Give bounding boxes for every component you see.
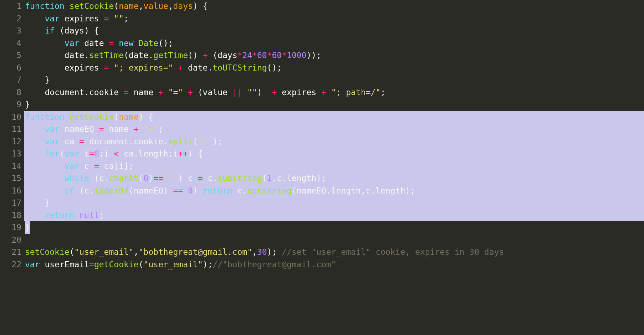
- code-line[interactable]: function getCookie(name) {: [24, 111, 644, 123]
- code-line[interactable]: if (c.indexOf(nameEQ) == 0) return c.sub…: [24, 185, 644, 197]
- token-id: );: [203, 260, 213, 269]
- token-id: nameEQ: [60, 124, 99, 134]
- token-str: "; path=/": [331, 88, 380, 97]
- code-line[interactable]: for(var i=0;i < ca.length;i++) {: [24, 148, 644, 160]
- token-id: expires: [60, 14, 104, 23]
- token-op: *: [237, 51, 242, 60]
- token-id: ) {: [139, 112, 154, 122]
- token-id: [25, 161, 65, 171]
- line-number: 22: [0, 258, 21, 271]
- line-number: 13: [0, 148, 21, 160]
- token-id: ): [193, 186, 203, 195]
- code-line[interactable]: date.setTime(date.getTime() + (days*24*6…: [24, 49, 644, 62]
- token-num: 0: [94, 149, 99, 158]
- code-line[interactable]: function setCookie(name,value,days) {: [24, 0, 644, 12]
- code-line[interactable]: }: [24, 197, 644, 209]
- token-id: [25, 211, 45, 220]
- line-number: 11: [0, 123, 21, 135]
- token-op: =: [109, 38, 114, 48]
- token-str: ' ': [163, 174, 178, 183]
- token-id: [25, 14, 45, 23]
- token-op: ==: [153, 174, 163, 183]
- token-str: "user_email": [74, 247, 133, 257]
- line-number: 2: [0, 12, 21, 25]
- code-line[interactable]: while (c.charAt(0)==' ') c = c.substring…: [24, 172, 644, 185]
- token-str: "; expires=": [114, 63, 173, 72]
- code-line[interactable]: setCookie("user_email","bobthegreat@gmai…: [24, 246, 644, 258]
- token-id: ,c.length);: [272, 174, 326, 183]
- code-editor[interactable]: 12345678910111213141516171819202122 func…: [0, 0, 644, 335]
- line-number: 17: [0, 197, 21, 209]
- code-line[interactable]: document.cookie = name + "=" + (value ||…: [24, 86, 644, 99]
- token-str: "=": [168, 88, 183, 97]
- token-id: document.cookie: [25, 88, 124, 97]
- token-id: ,: [252, 247, 257, 257]
- token-kw: function: [25, 1, 65, 11]
- token-id: ();: [158, 38, 173, 48]
- code-line[interactable]: [24, 234, 644, 246]
- token-id: (value: [193, 88, 232, 97]
- token-op: =: [94, 161, 99, 171]
- code-line[interactable]: return null;: [24, 209, 644, 222]
- token-op: +: [188, 88, 193, 97]
- token-id: ): [257, 88, 272, 97]
- code-line[interactable]: if (days) {: [24, 25, 644, 37]
- token-id: ca.length;i: [119, 149, 178, 158]
- token-op: +: [272, 88, 277, 97]
- token-id: ): [148, 174, 153, 183]
- token-fn: setTime: [89, 51, 124, 60]
- token-id: }: [25, 198, 50, 207]
- token-op: =: [104, 14, 109, 23]
- token-id: (: [60, 149, 65, 158]
- code-area[interactable]: function setCookie(name,value,days) { va…: [24, 0, 644, 335]
- token-kw: for: [45, 149, 60, 158]
- token-kw: var: [45, 124, 60, 134]
- token-id: ;: [124, 14, 129, 23]
- line-number: 20: [0, 234, 21, 246]
- token-fn: split: [168, 137, 193, 146]
- code-line[interactable]: }: [24, 98, 644, 111]
- token-id: [163, 88, 168, 97]
- token-id: document.cookie.: [84, 137, 168, 146]
- token-id: ));: [306, 51, 321, 60]
- token-op: ||: [232, 88, 242, 97]
- token-kw: while: [65, 174, 89, 183]
- token-id: [173, 63, 178, 72]
- token-id: [25, 38, 65, 48]
- token-id: ca: [60, 137, 79, 146]
- token-fn: toUTCString: [213, 63, 267, 72]
- token-op: +: [158, 88, 163, 97]
- token-op: =: [99, 124, 104, 134]
- token-id: [183, 88, 188, 97]
- code-line[interactable]: }: [24, 221, 644, 234]
- token-op: =: [89, 149, 94, 158]
- line-number: 9: [0, 98, 21, 111]
- token-num: 30: [257, 247, 267, 257]
- code-line[interactable]: var c = ca[i];: [24, 160, 644, 172]
- token-id: [65, 112, 70, 122]
- code-line[interactable]: var ca = document.cookie.split(';');: [24, 135, 644, 148]
- code-line[interactable]: }: [24, 74, 644, 86]
- code-line[interactable]: var expires = "";: [24, 12, 644, 25]
- token-id: [25, 137, 45, 146]
- token-kw: var: [65, 38, 80, 48]
- token-kw: return: [45, 211, 74, 220]
- token-id: [25, 186, 65, 195]
- token-id: (date.: [124, 51, 153, 60]
- line-number: 19: [0, 221, 21, 234]
- token-op: =: [104, 63, 109, 72]
- line-number: 6: [0, 62, 21, 74]
- token-id: [25, 149, 45, 158]
- token-kw: if: [65, 186, 75, 195]
- token-id: (: [70, 247, 75, 257]
- code-line[interactable]: expires = "; expires=" + date.toUTCStrin…: [24, 62, 644, 74]
- code-line[interactable]: var date = new Date();: [24, 37, 644, 50]
- code-line[interactable]: var userEmail=getCookie("user_email");//…: [24, 258, 644, 271]
- token-fn: Date: [139, 38, 158, 48]
- token-id: ;: [380, 88, 385, 97]
- token-fn: indexOf: [94, 186, 129, 195]
- code-line[interactable]: var nameEQ = name + "=";: [24, 123, 644, 135]
- token-id: (c.: [74, 186, 94, 195]
- token-fn: getTime: [153, 51, 188, 60]
- token-str: "user_email": [143, 260, 203, 269]
